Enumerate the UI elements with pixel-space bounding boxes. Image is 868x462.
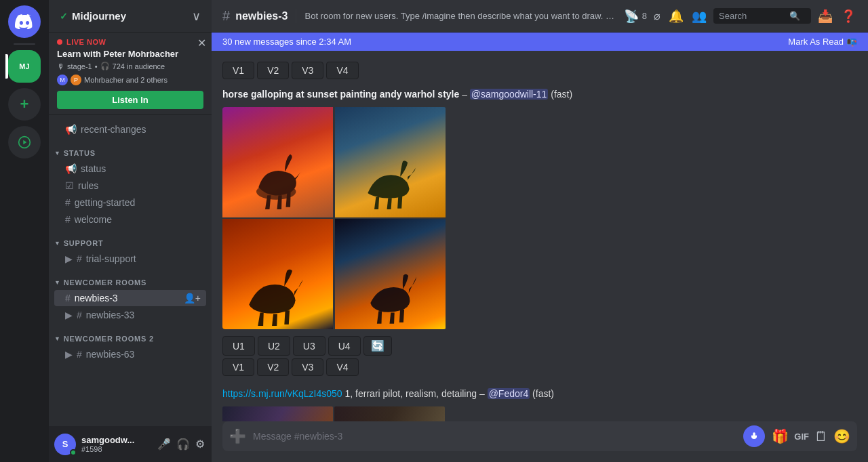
v4-button[interactable]: V4	[326, 358, 358, 376]
svg-marker-1	[23, 140, 26, 145]
top-version-buttons: V1 V2 V3 V4	[222, 62, 857, 79]
image-cell-2	[335, 107, 446, 217]
channel-hash-icon-7: ▶	[65, 310, 73, 320]
channel-description: Bot room for new users. Type /imagine th…	[304, 11, 616, 21]
mark-read-icon: 📭	[846, 37, 857, 47]
top-v3-button[interactable]: V3	[292, 62, 323, 79]
header-divider	[296, 9, 296, 23]
image-grid	[222, 107, 446, 329]
discord-home-button[interactable]	[8, 5, 41, 38]
preview-cell-2	[334, 406, 445, 421]
message-text-2: https://s.mj.run/vKqLzI4s050 1, ferrari …	[222, 387, 857, 401]
u2-button[interactable]: U2	[258, 336, 290, 356]
search-box[interactable]: 🔍	[713, 8, 811, 24]
refresh-button[interactable]: 🔄	[363, 336, 392, 356]
mute-microphone-button[interactable]: 🎤	[156, 436, 172, 452]
message-speed: (fast)	[551, 89, 572, 100]
server-header[interactable]: ✓ Midjourney ∨	[49, 0, 212, 33]
top-v1-button[interactable]: V1	[222, 62, 254, 79]
image-cell-4	[335, 219, 446, 329]
channel-sidebar: ✓ Midjourney ∨ ✕ LIVE NOW Learn with Pet…	[49, 0, 212, 462]
notification-icon[interactable]: 🔔	[667, 7, 685, 25]
main-content: # newbies-3 Bot room for new users. Type…	[212, 0, 868, 462]
category-status[interactable]: ▼ STATUS	[49, 138, 212, 160]
add-attachment-button[interactable]: ➕	[228, 427, 248, 446]
inbox-icon[interactable]: 📥	[816, 7, 834, 25]
message-input-bar: ➕ 🎁 GIF 🗒 😊	[222, 421, 857, 451]
explore-button[interactable]	[8, 126, 41, 159]
v3-button[interactable]: V3	[292, 358, 323, 376]
live-badge: LIVE NOW	[57, 38, 203, 46]
preview-images	[222, 406, 857, 421]
horse-image-3	[222, 219, 333, 329]
channel-item-welcome[interactable]: # welcome	[54, 211, 206, 228]
channel-item-newbies-33[interactable]: ▶ # newbies-33	[54, 307, 206, 323]
right-input-icons: 🎁 GIF 🗒 😊	[770, 427, 852, 446]
listen-in-button[interactable]: Listen In	[57, 91, 203, 109]
announce-icon: 📢	[65, 124, 77, 135]
channel-hash-icon-3: #	[65, 214, 71, 225]
channel-item-trial-support[interactable]: ▶ # trial-support	[54, 251, 206, 267]
search-input[interactable]	[719, 11, 787, 21]
midjourney-server-icon[interactable]: MJ	[8, 50, 41, 83]
message-text-input[interactable]	[253, 431, 738, 442]
user-name: samgoodw...	[81, 435, 151, 445]
slash-command-icon[interactable]: ⌀	[652, 8, 662, 24]
category-newcomer-rooms-2[interactable]: ▼ NEWCOMER ROOMS 2	[49, 324, 212, 345]
category-newcomer-rooms[interactable]: ▼ NEWCOMER ROOMS	[49, 268, 212, 289]
mark-read-button[interactable]: Mark As Read 📭	[788, 37, 857, 47]
u1-button[interactable]: U1	[222, 336, 255, 356]
live-avatar-2: P	[71, 75, 81, 85]
channel-hash-icon-8: #	[77, 310, 82, 320]
horse-image-1	[222, 107, 333, 217]
live-dot-indicator	[57, 39, 62, 45]
deafen-headphones-button[interactable]: 🎧	[175, 436, 191, 452]
add-server-button[interactable]: +	[8, 88, 41, 121]
server-name: ✓ Midjourney	[60, 10, 126, 22]
channel-item-recent-changes[interactable]: 📢 recent-changes	[54, 121, 206, 138]
user-settings-button[interactable]: ⚙	[194, 436, 206, 452]
top-v2-button[interactable]: V2	[257, 62, 289, 79]
channel-hash-icon-5: #	[77, 253, 82, 264]
add-member-icon[interactable]: 👤+	[184, 293, 201, 303]
channel-item-getting-started[interactable]: # getting-started	[54, 194, 206, 211]
category-support[interactable]: ▼ SUPPORT	[49, 228, 212, 250]
messages-area[interactable]: V1 V2 V3 V4 horse galloping at sunset pa…	[212, 51, 868, 421]
stage-icon[interactable]: 📡	[623, 7, 640, 25]
message-separator: –	[462, 89, 470, 100]
channel-hash-symbol: #	[222, 8, 230, 24]
upscale-buttons-row: U1 U2 U3 U4 🔄	[222, 336, 857, 356]
user-info: samgoodw... #1598	[81, 435, 151, 453]
gif-button[interactable]: GIF	[793, 427, 810, 446]
message-input-area: ➕ 🎁 GIF 🗒 😊	[212, 421, 868, 462]
user-discriminator: #1598	[81, 445, 151, 453]
channel-header: # newbies-3 Bot room for new users. Type…	[212, 0, 868, 33]
channel-hash-icon: 📢	[65, 163, 77, 174]
stage-icon-group: 📡 8	[623, 7, 647, 25]
new-messages-banner[interactable]: 30 new messages since 2:34 AM Mark As Re…	[212, 33, 868, 51]
help-icon[interactable]: ❓	[840, 7, 857, 25]
emoji-button[interactable]: 😊	[832, 427, 852, 446]
u4-button[interactable]: U4	[328, 336, 361, 356]
top-v4-button[interactable]: V4	[326, 62, 358, 79]
live-banner-close[interactable]: ✕	[197, 37, 206, 49]
v2-button[interactable]: V2	[257, 358, 289, 376]
channel-item-status[interactable]: 📢 status	[54, 161, 206, 177]
user-avatar: S	[54, 434, 76, 455]
u3-button[interactable]: U3	[293, 336, 326, 356]
new-messages-text: 30 new messages since 2:34 AM	[222, 37, 351, 47]
gift-button[interactable]: 🎁	[770, 427, 790, 446]
sticker-button[interactable]: 🗒	[813, 427, 829, 446]
channel-item-newbies-63[interactable]: ▶ # newbies-63	[54, 346, 206, 362]
channel-item-newbies-3[interactable]: # newbies-3 👤+	[54, 290, 206, 306]
category-arrow-support: ▼	[54, 240, 61, 247]
server-list: MJ +	[0, 0, 49, 462]
channel-hash-icon-6: #	[65, 293, 71, 303]
members-icon[interactable]: 👥	[690, 7, 708, 25]
user-area: S samgoodw... #1598 🎤 🎧 ⚙	[49, 426, 212, 462]
v1-button[interactable]: V1	[222, 358, 254, 376]
horse-image-4	[335, 219, 446, 329]
channel-item-rules[interactable]: ☑ rules	[54, 177, 206, 194]
message-link[interactable]: https://s.mj.run/vKqLzI4s050	[222, 388, 342, 399]
server-dropdown-icon[interactable]: ∨	[192, 9, 201, 24]
